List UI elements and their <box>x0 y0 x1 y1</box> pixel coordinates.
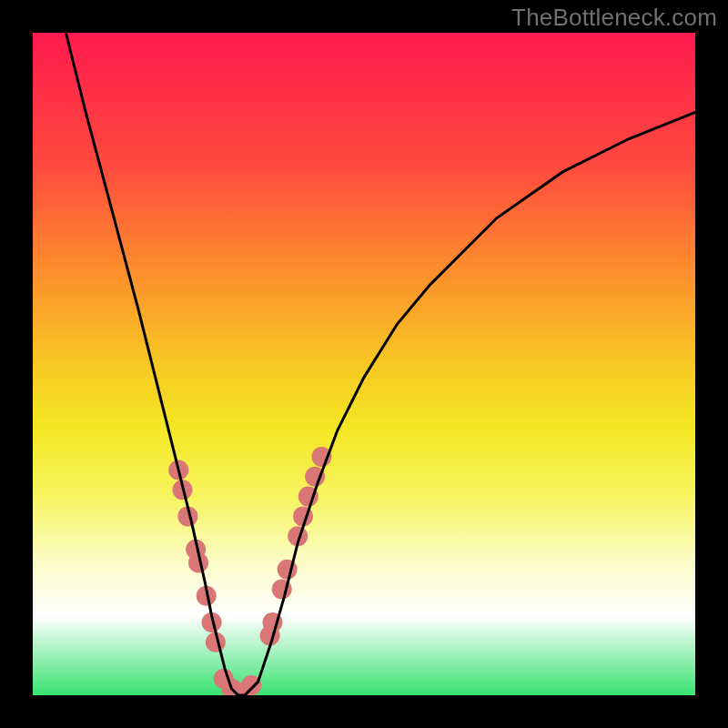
watermark-text: TheBottleneck.com <box>511 4 717 32</box>
chart-frame: TheBottleneck.com <box>0 0 728 728</box>
plot-area <box>33 33 695 695</box>
curve-layer <box>33 33 695 695</box>
highlight-dots <box>168 447 331 695</box>
bottleneck-curve <box>66 33 695 695</box>
